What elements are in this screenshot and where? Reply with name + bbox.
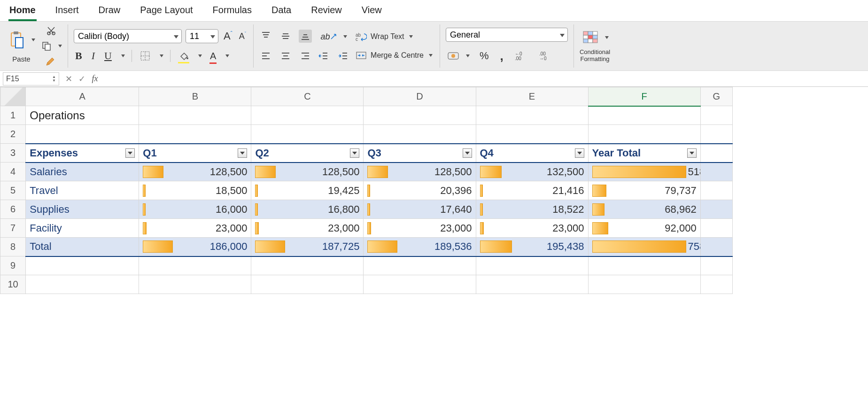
cell-A2[interactable] (26, 125, 139, 144)
name-box-spinner[interactable]: ▲▼ (52, 75, 56, 83)
cell-C6[interactable]: 16,800 (251, 200, 364, 219)
shrink-font-button[interactable]: Aˇ (238, 30, 248, 43)
fill-color-dropdown-icon[interactable] (198, 54, 202, 57)
merge-centre-button[interactable]: Merge & Centre (354, 49, 434, 62)
cell-D3[interactable]: Q3 (364, 144, 476, 163)
font-name-select[interactable]: Calibri (Body) (74, 29, 182, 43)
comma-style-button[interactable]: , (499, 47, 505, 65)
cell-B1[interactable] (139, 106, 251, 125)
cell-E3[interactable]: Q4 (476, 144, 588, 163)
cell-D9[interactable] (364, 256, 476, 275)
name-box[interactable]: F15 ▲▼ (3, 72, 59, 85)
tab-draw[interactable]: Draw (98, 3, 122, 21)
cell-E10[interactable] (476, 275, 588, 294)
tab-review[interactable]: Review (310, 3, 343, 21)
cell-B7[interactable]: 23,000 (139, 219, 251, 238)
row-header-10[interactable]: 10 (0, 275, 26, 294)
wrap-text-dropdown-icon[interactable] (409, 35, 413, 38)
paste-button[interactable] (8, 30, 26, 50)
cell-G4[interactable] (700, 163, 732, 181)
cell-D2[interactable] (364, 125, 476, 144)
formula-input[interactable] (101, 71, 868, 86)
col-header-G[interactable]: G (700, 87, 732, 106)
orientation-dropdown-icon[interactable] (343, 35, 347, 38)
cell-A5[interactable]: Travel (26, 181, 139, 200)
cell-A9[interactable] (26, 256, 139, 275)
italic-button[interactable]: I (90, 48, 96, 63)
col-header-D[interactable]: D (364, 87, 476, 106)
col-header-E[interactable]: E (476, 87, 588, 106)
cell-B3[interactable]: Q1 (139, 144, 251, 163)
cell-B6[interactable]: 16,000 (139, 200, 251, 219)
font-color-button[interactable]: A (209, 49, 217, 63)
cell-B2[interactable] (139, 125, 251, 144)
cell-D1[interactable] (364, 106, 476, 125)
cell-E1[interactable] (476, 106, 588, 125)
tab-insert[interactable]: Insert (54, 3, 80, 21)
cell-C5[interactable]: 19,425 (251, 181, 364, 200)
align-top-button[interactable] (259, 30, 272, 43)
row-header-8[interactable]: 8 (0, 238, 26, 256)
cell-C8[interactable]: 187,725 (251, 238, 364, 256)
cell-G9[interactable] (700, 256, 732, 275)
cell-C2[interactable] (251, 125, 364, 144)
cell-B9[interactable] (139, 256, 251, 275)
decrease-indent-button[interactable] (317, 50, 330, 62)
tab-data[interactable]: Data (271, 3, 292, 21)
cell-A4[interactable]: Salaries (26, 163, 139, 181)
accounting-dropdown-icon[interactable] (466, 54, 470, 57)
col-header-B[interactable]: B (139, 87, 251, 106)
cell-D4[interactable]: 128,500 (364, 163, 476, 181)
cell-A6[interactable]: Supplies (26, 200, 139, 219)
cell-F5[interactable]: 79,737 (588, 181, 700, 200)
cell-E8[interactable]: 195,438 (476, 238, 588, 256)
cell-G8[interactable] (700, 238, 732, 256)
cell-E2[interactable] (476, 125, 588, 144)
filter-button-q2[interactable] (350, 148, 359, 158)
confirm-formula-button[interactable]: ✓ (75, 74, 88, 84)
cell-F6[interactable]: 68,962 (588, 200, 700, 219)
cell-F3[interactable]: Year Total (588, 144, 700, 163)
underline-button[interactable]: U (103, 48, 113, 63)
cell-G3[interactable] (700, 144, 732, 163)
filter-button-year-total[interactable] (687, 148, 697, 158)
cell-A10[interactable] (26, 275, 139, 294)
select-all-corner[interactable] (0, 87, 26, 106)
cell-C9[interactable] (251, 256, 364, 275)
cell-A7[interactable]: Facility (26, 219, 139, 238)
cell-E9[interactable] (476, 256, 588, 275)
cell-F4[interactable]: 518,000 (588, 163, 700, 181)
insert-function-button[interactable]: fx (88, 74, 101, 84)
cell-F10[interactable] (588, 275, 700, 294)
borders-dropdown-icon[interactable] (160, 54, 163, 57)
increase-decimal-button[interactable]: ←0.00 (513, 50, 529, 62)
cell-F1[interactable] (588, 106, 700, 125)
cell-G7[interactable] (700, 219, 732, 238)
align-left-button[interactable] (259, 49, 272, 62)
tab-view[interactable]: View (361, 3, 383, 21)
merge-dropdown-icon[interactable] (429, 54, 433, 57)
font-color-dropdown-icon[interactable] (225, 54, 229, 57)
row-header-3[interactable]: 3 (0, 144, 26, 163)
borders-button[interactable] (139, 49, 152, 62)
cell-C10[interactable] (251, 275, 364, 294)
tab-formulas[interactable]: Formulas (212, 3, 253, 21)
cancel-formula-button[interactable]: ✕ (62, 74, 75, 84)
filter-button-expenses[interactable] (125, 148, 135, 158)
conditional-formatting-dropdown-icon[interactable] (605, 36, 609, 39)
cell-G10[interactable] (700, 275, 732, 294)
cell-C4[interactable]: 128,500 (251, 163, 364, 181)
cell-F2[interactable] (588, 125, 700, 144)
grow-font-button[interactable]: Aˆ (222, 29, 234, 44)
col-header-A[interactable]: A (26, 87, 139, 106)
align-middle-button[interactable] (279, 30, 292, 43)
wrap-text-button[interactable]: abc Wrap Text (354, 31, 414, 43)
cell-D7[interactable]: 23,000 (364, 219, 476, 238)
underline-dropdown-icon[interactable] (121, 54, 125, 57)
accounting-format-button[interactable] (446, 50, 461, 62)
increase-indent-button[interactable] (336, 50, 349, 62)
cell-A3[interactable]: Expenses (26, 144, 139, 163)
number-format-select[interactable]: General (446, 28, 568, 42)
filter-button-q1[interactable] (238, 148, 247, 158)
font-size-select[interactable]: 11 (186, 29, 218, 43)
